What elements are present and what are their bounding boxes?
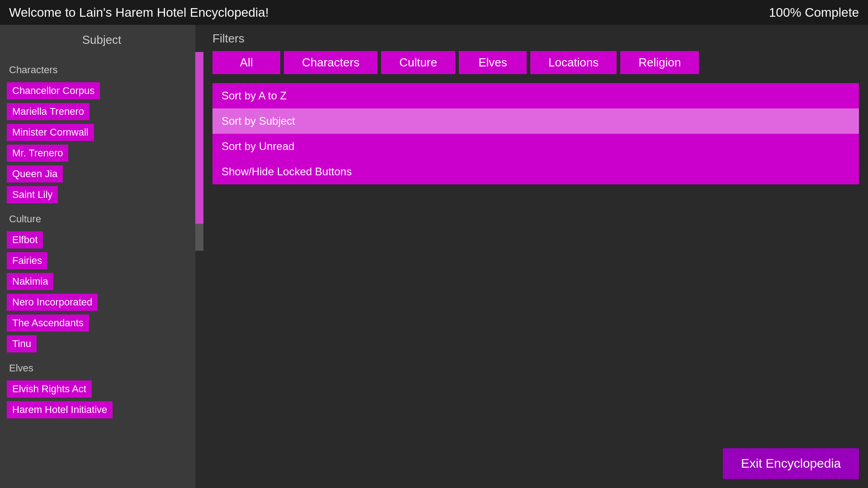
sort-option-3[interactable]: Show/Hide Locked Buttons [212,159,859,184]
scrollbar-thumb-top[interactable] [195,52,203,224]
scrollbar-thumb-bottom[interactable] [195,224,203,251]
exit-encyclopedia-button[interactable]: Exit Encyclopedia [723,448,859,479]
filter-buttons: AllCharactersCultureElvesLocationsReligi… [212,51,859,74]
subject-button[interactable]: Mariella Trenero [7,103,90,120]
header-completion: 100% Complete [769,5,859,20]
right-panel: Filters AllCharactersCultureElvesLocatio… [203,25,868,488]
subject-button[interactable]: Mr. Trenero [7,145,68,162]
filter-button-culture[interactable]: Culture [381,51,455,74]
subject-button[interactable]: Saint Lily [7,186,58,203]
left-panel-header: Subject [0,25,203,52]
filter-button-locations[interactable]: Locations [530,51,617,74]
header-title: Welcome to Lain's Harem Hotel Encycloped… [9,5,269,20]
filter-button-elves[interactable]: Elves [459,51,527,74]
header: Welcome to Lain's Harem Hotel Encycloped… [0,0,868,25]
subject-button[interactable]: Harem Hotel Initiative [7,401,113,418]
subject-button[interactable]: Nakimia [7,273,53,290]
subject-button[interactable]: Fairies [7,252,47,269]
main-content: Subject CharactersChancellor CorpusMarie… [0,25,868,488]
subject-button[interactable]: Chancellor Corpus [7,82,100,99]
sort-option-1[interactable]: Sort by Subject [212,108,859,134]
subject-button[interactable]: Minister Cornwall [7,124,94,141]
category-label-culture: Culture [9,213,197,225]
subject-button[interactable]: Nero Incorporated [7,294,98,311]
subject-button[interactable]: Tinu [7,335,37,352]
scrollbar-track[interactable] [195,25,203,488]
category-label-elves: Elves [9,362,197,374]
sort-option-2[interactable]: Sort by Unread [212,134,859,159]
filter-button-characters[interactable]: Characters [284,51,377,74]
filter-button-religion[interactable]: Religion [620,51,699,74]
subject-button[interactable]: Elvish Rights Act [7,380,92,398]
left-panel: Subject CharactersChancellor CorpusMarie… [0,25,203,488]
subject-list: CharactersChancellor CorpusMariella Tren… [0,52,203,488]
subject-button[interactable]: The Ascendants [7,314,89,332]
subject-button[interactable]: Queen Jia [7,165,63,183]
subject-button[interactable]: Elfbot [7,231,43,249]
sort-options: Sort by A to ZSort by SubjectSort by Unr… [212,83,859,184]
filters-label: Filters [212,32,859,46]
category-label-characters: Characters [9,64,197,76]
filter-button-all[interactable]: All [212,51,280,74]
sort-option-0[interactable]: Sort by A to Z [212,83,859,108]
